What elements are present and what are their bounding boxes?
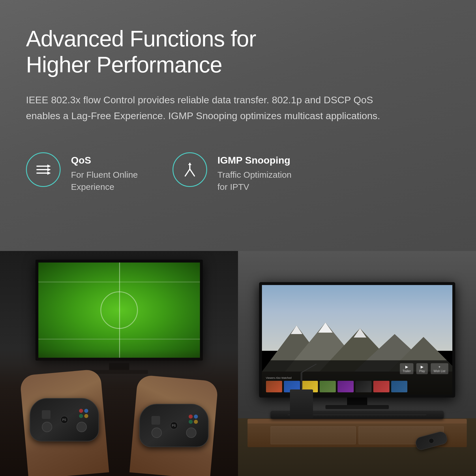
tv-action-buttons: ▶ Trailer ▶ Play + Wish [266,363,448,374]
iptv-tv-base [325,405,389,409]
page-container: Advanced Functions for Higher Performanc… [0,0,476,476]
thumb-8 [391,381,407,392]
igmp-subtitle: Traffic Optimization for IPTV [218,169,292,193]
thumb-7 [373,381,389,392]
svg-marker-1 [47,164,51,168]
svg-marker-3 [47,168,51,171]
svg-marker-5 [47,171,51,175]
top-section: Advanced Functions for Higher Performanc… [0,0,476,251]
qos-subtitle: For Fluent Online Experience [71,169,138,193]
svg-marker-15 [291,325,302,334]
tv-unit: ▶ Trailer ▶ Play + Wish [259,282,455,419]
svg-line-8 [190,169,194,176]
igmp-icon-circle [173,152,207,187]
svg-marker-9 [188,163,192,165]
svg-marker-16 [318,323,333,333]
igmp-fork-icon [181,161,198,178]
left-controller: PS [30,398,99,441]
qos-arrows-icon [35,161,52,178]
description-text: IEEE 802.3x flow Control provides reliab… [26,92,401,123]
also-watched-label: Viewers Also Watched [266,376,448,379]
iptv-photo-panel: ▶ Trailer ▶ Play + Wish [238,251,476,476]
svg-line-7 [185,169,190,176]
gaming-scene: PS [0,251,238,476]
qos-title: QoS [71,155,138,166]
antenna-device [290,389,313,418]
qos-icon-circle [26,152,61,187]
thumb-5 [338,381,354,392]
features-row: QoS For Fluent Online Experience [26,152,450,193]
thumb-6 [355,381,372,392]
soccer-field [38,263,200,358]
trailer-button[interactable]: ▶ Trailer [400,363,414,374]
bottom-section: PS [0,251,476,476]
screen-content: ▶ Trailer ▶ Play + Wish [262,285,452,395]
play-button[interactable]: ▶ Play [416,363,428,374]
feature-igmp: IGMP Snooping Traffic Optimization for I… [173,152,292,193]
hands-area: PS [18,366,220,476]
main-title: Advanced Functions for Higher Performanc… [26,26,450,78]
iptv-scene: ▶ Trailer ▶ Play + Wish [238,251,476,476]
feature-qos: QoS For Fluent Online Experience [26,152,138,193]
svg-marker-17 [354,328,366,338]
right-controller: PS [139,404,209,447]
qos-feature-text: QoS For Fluent Online Experience [71,152,138,193]
igmp-feature-text: IGMP Snooping Traffic Optimization for I… [218,152,292,193]
thumb-1 [266,381,282,392]
iptv-tv-screen: ▶ Trailer ▶ Play + Wish [259,282,455,398]
gaming-photo-panel: PS [0,251,238,476]
gaming-tv-screen [35,260,203,361]
wish-list-button[interactable]: + Wish List [431,363,448,374]
thumb-4 [320,381,336,392]
iptv-tv-stand [347,398,367,405]
igmp-title: IGMP Snooping [218,155,292,166]
